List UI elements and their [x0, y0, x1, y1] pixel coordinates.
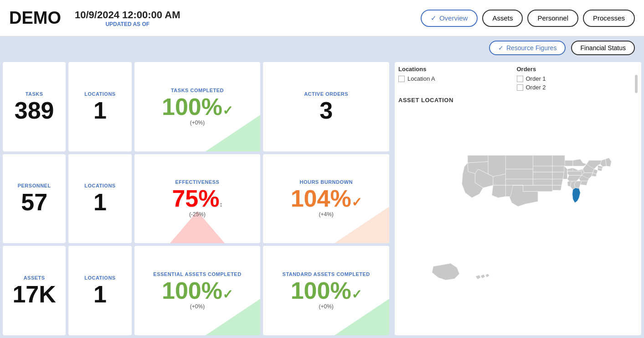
header: DEMO 10/9/2024 12:00:00 AM UPDATED AS OF… — [0, 0, 644, 36]
usa-map-svg — [398, 106, 638, 332]
map-container — [398, 106, 638, 332]
effectiveness-label: EFFECTIVENESS — [175, 179, 220, 185]
orders-filter-title: Orders — [517, 66, 631, 73]
check-icon: ✓ — [431, 14, 437, 22]
standard-assets-tile: STANDARD ASSETS COMPLETED 100%✓ (+0%) — [263, 246, 389, 335]
locations-value-3: 1 — [93, 282, 107, 306]
check-mark-tc: ✓ — [222, 104, 233, 118]
personnel-tile: PERSONNEL 57 — [3, 154, 66, 244]
assets-button[interactable]: Assets — [482, 10, 523, 27]
locations-label-1: LOCATIONS — [84, 91, 115, 97]
header-datetime: 10/9/2024 12:00:00 AM UPDATED AS OF — [75, 9, 180, 27]
order-1-label: Order 1 — [526, 75, 546, 82]
asset-location-title: ASSET LOCATION — [398, 97, 638, 104]
personnel-value: 57 — [21, 190, 47, 214]
essential-assets-label: ESSENTIAL ASSETS COMPLETED — [153, 271, 241, 277]
assets-tile: ASSETS 17K — [3, 246, 66, 335]
orders-filter: Orders Order 1 Order 2 — [517, 66, 631, 93]
check-icon-sub: ✓ — [498, 44, 504, 52]
locations-value-1: 1 — [93, 99, 107, 122]
hours-burndown-value: 104%✓ — [291, 187, 362, 210]
check-mark-sa: ✓ — [351, 287, 362, 302]
check-mark-hb: ✓ — [351, 195, 362, 209]
locations-value-2: 1 — [93, 190, 107, 214]
order-2-item[interactable]: Order 2 — [517, 83, 631, 92]
essential-assets-tile: ESSENTIAL ASSETS COMPLETED 100%✓ (+0%) — [134, 246, 261, 335]
active-orders-value: 3 — [319, 99, 333, 122]
tasks-value: 389 — [15, 99, 54, 122]
tasks-completed-change: (+0%) — [190, 120, 205, 126]
metrics-grid: TASKS 389 LOCATIONS 1 TASKS COMPLETED 10… — [0, 59, 392, 338]
location-a-checkbox[interactable] — [398, 76, 405, 82]
tasks-tile: TASKS 389 — [3, 62, 66, 151]
tasks-label: TASKS — [26, 91, 43, 97]
effectiveness-tile: EFFECTIVENESS 75%↕ (-25%) — [134, 154, 261, 244]
hours-burndown-label: HOURS BURNDOWN — [299, 179, 352, 185]
standard-assets-change: (+0%) — [319, 303, 333, 310]
hours-burndown-change: (+4%) — [319, 211, 333, 218]
locations-tile-1: LOCATIONS 1 — [68, 62, 131, 151]
scroll-hint — [635, 75, 638, 93]
location-a-label: Location A — [407, 75, 435, 82]
locations-filter: Locations Location A — [398, 66, 512, 93]
essential-assets-change: (+0%) — [190, 303, 205, 310]
effectiveness-change: (-25%) — [189, 211, 206, 218]
resource-figures-button[interactable]: ✓ Resource Figures — [489, 41, 566, 55]
active-orders-tile: ACTIVE ORDERS 3 — [263, 62, 389, 151]
updated-label: UPDATED AS OF — [75, 21, 180, 27]
hours-burndown-tile: HOURS BURNDOWN 104%✓ (+4%) — [263, 154, 389, 244]
datetime-value: 10/9/2024 12:00:00 AM — [75, 9, 180, 21]
standard-assets-value: 100%✓ — [291, 279, 362, 302]
check-mark-ea: ✓ — [222, 287, 233, 302]
main-content: TASKS 389 LOCATIONS 1 TASKS COMPLETED 10… — [0, 59, 644, 338]
sub-header: ✓ Resource Figures Financial Status — [0, 36, 644, 59]
locations-tile-2: LOCATIONS 1 — [68, 154, 131, 244]
effectiveness-value: 75%↕ — [172, 187, 222, 210]
order-2-label: Order 2 — [526, 84, 546, 91]
locations-tile-3: LOCATIONS 1 — [68, 246, 131, 335]
active-orders-label: ACTIVE ORDERS — [304, 91, 348, 97]
essential-assets-value: 100%✓ — [162, 279, 233, 302]
processes-button[interactable]: Processes — [583, 10, 635, 27]
standard-assets-label: STANDARD ASSETS COMPLETED — [283, 271, 370, 277]
personnel-button[interactable]: Personnel — [527, 10, 578, 27]
tasks-completed-label: TASKS COMPLETED — [171, 88, 224, 93]
tasks-completed-tile: TASKS COMPLETED 100%✓ (+0%) — [134, 62, 261, 151]
locations-filter-title: Locations — [398, 66, 512, 73]
location-a-item[interactable]: Location A — [398, 74, 512, 83]
filter-row: Locations Location A Orders Order 1 Orde… — [398, 66, 638, 93]
app-title: DEMO — [9, 8, 61, 28]
overview-button[interactable]: ✓ Overview — [421, 10, 478, 27]
order-2-checkbox[interactable] — [517, 84, 523, 91]
financial-status-button[interactable]: Financial Status — [571, 41, 635, 55]
order-1-item[interactable]: Order 1 — [517, 74, 631, 83]
locations-label-2: LOCATIONS — [84, 183, 115, 188]
locations-label-3: LOCATIONS — [84, 275, 115, 281]
assets-label: ASSETS — [24, 275, 45, 281]
order-1-checkbox[interactable] — [517, 76, 523, 82]
nav-buttons: ✓ Overview Assets Personnel Processes — [421, 10, 635, 27]
assets-value: 17K — [12, 282, 56, 306]
right-panel: Locations Location A Orders Order 1 Orde… — [395, 62, 641, 335]
tasks-completed-value: 100%✓ — [162, 95, 233, 119]
personnel-label: PERSONNEL — [18, 183, 51, 188]
